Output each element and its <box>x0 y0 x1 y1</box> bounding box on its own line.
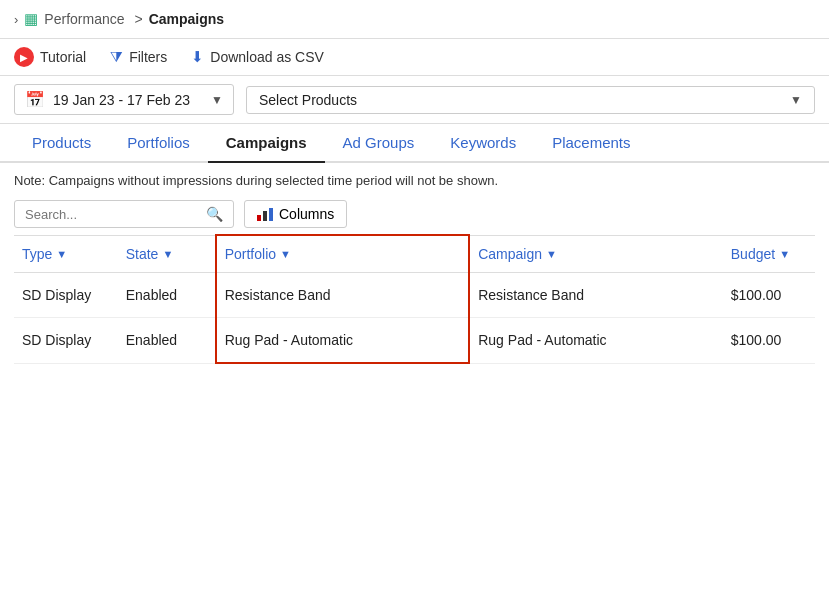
product-selector[interactable]: Select Products ▼ <box>246 86 815 114</box>
row2-campaign: Rug Pad - Automatic <box>469 318 723 364</box>
search-row: 🔍 Columns <box>0 194 829 234</box>
row2-portfolio: Rug Pad - Automatic <box>216 318 470 364</box>
row2-state: Enabled <box>118 318 216 364</box>
col-header-portfolio[interactable]: Portfolio ▼ <box>216 235 470 273</box>
col-header-state[interactable]: State ▼ <box>118 235 216 273</box>
row1-budget: $100.00 <box>723 273 815 318</box>
breadcrumb-separator: > <box>135 11 143 27</box>
type-filter-icon[interactable]: ▼ <box>56 248 67 260</box>
columns-button-label: Columns <box>279 206 334 222</box>
table-row: SD Display Enabled Rug Pad - Automatic R… <box>14 318 815 364</box>
tabs-bar: Products Portfolios Campaigns Ad Groups … <box>0 124 829 163</box>
tutorial-label: Tutorial <box>40 49 86 65</box>
play-icon: ▶ <box>14 47 34 67</box>
tab-ad-groups[interactable]: Ad Groups <box>325 124 433 163</box>
search-input[interactable] <box>25 207 200 222</box>
filters-label: Filters <box>129 49 167 65</box>
budget-filter-icon[interactable]: ▼ <box>779 248 790 260</box>
state-filter-icon[interactable]: ▼ <box>162 248 173 260</box>
tutorial-button[interactable]: ▶ Tutorial <box>14 47 86 67</box>
col-header-type[interactable]: Type ▼ <box>14 235 118 273</box>
search-box[interactable]: 🔍 <box>14 200 234 228</box>
campaigns-table: Type ▼ State ▼ Portfolio ▼ <box>0 234 829 364</box>
table-row: SD Display Enabled Resistance Band Resis… <box>14 273 815 318</box>
tab-placements[interactable]: Placements <box>534 124 648 163</box>
tab-campaigns[interactable]: Campaigns <box>208 124 325 163</box>
campaigns-note: Note: Campaigns without impressions duri… <box>0 163 829 194</box>
date-chevron-icon: ▼ <box>211 93 223 107</box>
date-range-label: 19 Jan 23 - 17 Feb 23 <box>53 92 190 108</box>
row1-campaign: Resistance Band <box>469 273 723 318</box>
filters-button[interactable]: ⧩ Filters <box>110 48 167 66</box>
row2-budget: $100.00 <box>723 318 815 364</box>
tab-products[interactable]: Products <box>14 124 109 163</box>
columns-button[interactable]: Columns <box>244 200 347 228</box>
download-csv-button[interactable]: ⬇ Download as CSV <box>191 48 324 66</box>
toolbar: ▶ Tutorial ⧩ Filters ⬇ Download as CSV <box>0 39 829 76</box>
portfolio-filter-icon[interactable]: ▼ <box>280 248 291 260</box>
breadcrumb-arrow: › <box>14 12 18 27</box>
filter-row: 📅 19 Jan 23 - 17 Feb 23 ▼ Select Product… <box>0 76 829 124</box>
breadcrumb-parent[interactable]: Performance <box>44 11 124 27</box>
filter-icon: ⧩ <box>110 48 123 66</box>
download-label: Download as CSV <box>210 49 324 65</box>
download-icon: ⬇ <box>191 48 204 66</box>
tab-portfolios[interactable]: Portfolios <box>109 124 208 163</box>
breadcrumb: › ▦ Performance > Campaigns <box>0 0 829 39</box>
breadcrumb-current: Campaigns <box>149 11 224 27</box>
campaign-filter-icon[interactable]: ▼ <box>546 248 557 260</box>
row2-type: SD Display <box>14 318 118 364</box>
row1-type: SD Display <box>14 273 118 318</box>
product-chevron-icon: ▼ <box>790 93 802 107</box>
date-range-selector[interactable]: 📅 19 Jan 23 - 17 Feb 23 ▼ <box>14 84 234 115</box>
col-header-campaign[interactable]: Campaign ▼ <box>469 235 723 273</box>
tab-keywords[interactable]: Keywords <box>432 124 534 163</box>
product-selector-label: Select Products <box>259 92 357 108</box>
row1-portfolio: Resistance Band <box>216 273 470 318</box>
columns-bar-icon <box>257 207 273 221</box>
col-header-budget[interactable]: Budget ▼ <box>723 235 815 273</box>
search-icon: 🔍 <box>206 206 223 222</box>
calendar-icon: 📅 <box>25 90 45 109</box>
row1-state: Enabled <box>118 273 216 318</box>
performance-icon: ▦ <box>24 10 38 28</box>
